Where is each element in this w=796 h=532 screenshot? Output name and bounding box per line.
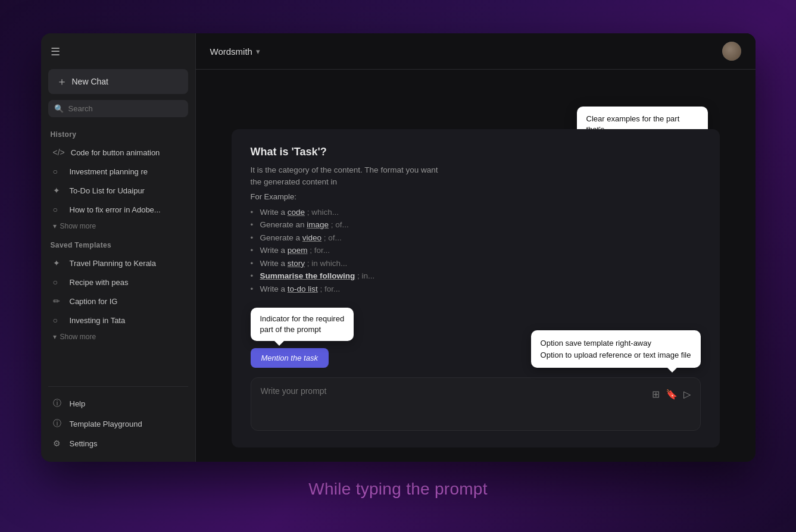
panel-desc-1: It is the category of the content. The f… bbox=[251, 164, 701, 189]
indicator-tooltip: Indicator for the required part of the p… bbox=[251, 308, 354, 341]
new-chat-button[interactable]: ＋ New Chat bbox=[48, 69, 188, 94]
templates-section-title: Saved Templates bbox=[48, 241, 188, 249]
topbar: Wordsmith ▾ bbox=[196, 33, 756, 70]
history-item-label-4: How to fix error in Adobe... bbox=[70, 205, 161, 214]
list-item-6: Summarise the following ; in... bbox=[251, 270, 701, 283]
history-section-title: History bbox=[48, 130, 188, 139]
panel-title: What is 'Task'? bbox=[251, 146, 701, 158]
avatar-image bbox=[722, 42, 741, 61]
show-more-templates[interactable]: ▾ Show more bbox=[48, 330, 188, 343]
search-icon: 🔍 bbox=[54, 104, 64, 113]
template-item-label-1: Travel Planning to Kerala bbox=[70, 259, 157, 268]
template-item-2[interactable]: ○ Recipe with peas bbox=[48, 273, 188, 291]
history-item-label-1: Code for button animation bbox=[71, 148, 160, 157]
save-tooltip: Option save template right-away Option t… bbox=[531, 330, 701, 368]
main-panel: What is 'Task'? It is the category of th… bbox=[232, 129, 720, 447]
sidebar-top: ☰ bbox=[48, 43, 188, 61]
list-item-7: Write a to-do list ; for... bbox=[251, 283, 701, 296]
list-item-5: Write a story ; in which... bbox=[251, 257, 701, 270]
history-item-4[interactable]: ○ How to fix error in Adobe... bbox=[48, 201, 188, 218]
hamburger-icon[interactable]: ☰ bbox=[48, 43, 63, 61]
gear-icon: ⚙ bbox=[53, 439, 64, 448]
history-item-1[interactable]: </> Code for button animation bbox=[48, 143, 188, 161]
history-item-2[interactable]: ○ Investment planning re bbox=[48, 162, 188, 180]
circle-icon-2: ○ bbox=[53, 205, 64, 214]
chevron-down-icon-2: ▾ bbox=[53, 333, 57, 341]
history-item-label-3: To-Do List for Udaipur bbox=[70, 186, 145, 195]
panel-list: Write a code ; which... Generate an imag… bbox=[251, 206, 701, 296]
main-content: Wordsmith ▾ Clear examples for the part … bbox=[196, 33, 756, 462]
help-icon: ⓘ bbox=[53, 398, 64, 409]
history-item-label-2: Investment planning re bbox=[70, 167, 148, 176]
search-input[interactable] bbox=[68, 104, 182, 113]
template-item-4[interactable]: ○ Investing in Tata bbox=[48, 311, 188, 329]
send-icon[interactable]: ▷ bbox=[683, 389, 691, 400]
list-item-1: Write a code ; which... bbox=[251, 206, 701, 219]
list-item-3: Generate a video ; of... bbox=[251, 231, 701, 245]
mention-task-button[interactable]: Mention the task bbox=[251, 348, 329, 368]
bottom-section: Indicator for the required part of the p… bbox=[251, 308, 701, 368]
template-item-label-3: Caption for IG bbox=[70, 297, 118, 306]
template-item-1[interactable]: ✦ Travel Planning to Kerala bbox=[48, 254, 188, 272]
info-icon: ⓘ bbox=[53, 418, 64, 429]
dropdown-chevron-icon[interactable]: ▾ bbox=[256, 47, 260, 56]
content-area: Clear examples for the part that's curre… bbox=[196, 70, 756, 462]
sidebar-item-template-playground[interactable]: ⓘ Template Playground bbox=[48, 414, 188, 433]
circle-icon-4: ○ bbox=[53, 315, 64, 325]
star-icon-2: ✦ bbox=[53, 258, 64, 268]
search-bar: 🔍 bbox=[48, 100, 188, 117]
sidebar: ☰ ＋ New Chat 🔍 History </> Code for butt… bbox=[41, 33, 196, 462]
prompt-icons: ⊞ 🔖 ▷ bbox=[652, 389, 691, 400]
panel-example-title: For Example: bbox=[251, 192, 701, 201]
plus-icon: ＋ bbox=[57, 74, 67, 89]
add-prompt-icon[interactable]: ⊞ bbox=[652, 389, 660, 400]
bookmark-icon[interactable]: 🔖 bbox=[666, 389, 678, 400]
app-title: Wordsmith bbox=[210, 46, 252, 57]
circle-icon-3: ○ bbox=[53, 277, 64, 287]
sidebar-item-settings[interactable]: ⚙ Settings bbox=[48, 434, 188, 452]
list-item-2: Generate an image ; of... bbox=[251, 218, 701, 231]
chevron-down-icon-1: ▾ bbox=[53, 222, 57, 230]
new-chat-label: New Chat bbox=[72, 77, 108, 86]
prompt-area: ⊞ 🔖 ▷ bbox=[251, 377, 701, 431]
list-item-4: Write a poem ; for... bbox=[251, 244, 701, 257]
star-icon-1: ✦ bbox=[53, 186, 64, 195]
app-window: ☰ ＋ New Chat 🔍 History </> Code for butt… bbox=[41, 33, 756, 462]
bottom-label: While typing the prompt bbox=[308, 480, 488, 499]
outer-background: ☰ ＋ New Chat 🔍 History </> Code for butt… bbox=[0, 0, 796, 532]
prompt-input[interactable] bbox=[261, 386, 646, 422]
template-item-3[interactable]: ✏ Caption for IG bbox=[48, 292, 188, 310]
template-item-label-4: Investing in Tata bbox=[70, 316, 126, 325]
pencil-icon: ✏ bbox=[53, 296, 64, 306]
history-item-3[interactable]: ✦ To-Do List for Udaipur bbox=[48, 181, 188, 199]
code-icon: </> bbox=[53, 148, 65, 157]
avatar[interactable] bbox=[722, 42, 741, 61]
circle-icon-1: ○ bbox=[53, 167, 64, 176]
sidebar-bottom: ⓘ Help ⓘ Template Playground ⚙ Settings bbox=[48, 386, 188, 452]
template-item-label-2: Recipe with peas bbox=[70, 278, 129, 287]
show-more-history[interactable]: ▾ Show more bbox=[48, 220, 188, 233]
topbar-left: Wordsmith ▾ bbox=[210, 46, 260, 57]
sidebar-item-help[interactable]: ⓘ Help bbox=[48, 394, 188, 413]
